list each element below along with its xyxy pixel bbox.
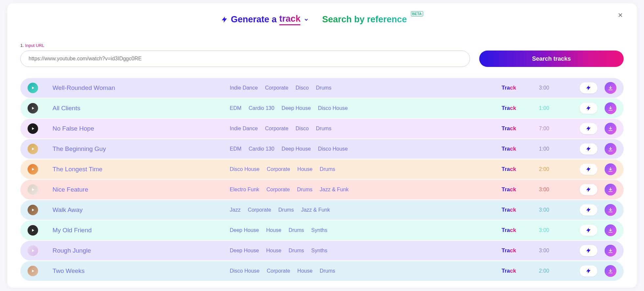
play-thumb[interactable] <box>28 245 38 256</box>
track-tag[interactable]: Jazz <box>230 207 241 213</box>
close-button[interactable] <box>617 12 626 20</box>
track-tag[interactable]: Corporate <box>267 187 290 193</box>
track-tag[interactable]: Deep House <box>282 105 311 111</box>
download-button[interactable] <box>605 265 616 277</box>
download-button[interactable] <box>605 245 616 257</box>
track-type: Track <box>502 146 531 152</box>
generate-similar-button[interactable] <box>580 82 597 94</box>
track-duration: 3:00 <box>539 187 560 193</box>
type-suffix: ck <box>510 186 516 193</box>
track-tag[interactable]: House <box>266 248 281 254</box>
track-duration: 2:00 <box>539 166 560 172</box>
bolt-icon <box>221 16 228 23</box>
track-tag[interactable]: Corporate <box>267 268 290 274</box>
track-tag[interactable]: Deep House <box>282 146 311 152</box>
generate-similar-button[interactable] <box>580 164 597 175</box>
download-button[interactable] <box>605 163 616 175</box>
type-prefix: Tra <box>502 105 510 111</box>
track-tag[interactable]: Corporate <box>248 207 271 213</box>
track-tag[interactable]: House <box>297 268 312 274</box>
play-thumb[interactable] <box>28 83 38 93</box>
track-tag[interactable]: Synths <box>311 248 327 254</box>
track-row[interactable]: Well-Rounded WomanIndie DanceCorporateDi… <box>20 78 624 98</box>
play-thumb[interactable] <box>28 144 38 154</box>
track-tag[interactable]: Disco House <box>318 105 348 111</box>
track-tag[interactable]: Corporate <box>267 166 290 172</box>
track-tag[interactable]: EDM <box>230 146 242 152</box>
track-tag[interactable]: House <box>266 227 281 233</box>
track-row[interactable]: All ClientsEDMCardio 130Deep HouseDisco … <box>20 98 624 118</box>
track-row[interactable]: Nice FeatureElectro FunkCorporateDrumsJa… <box>20 180 624 199</box>
track-tag[interactable]: Drums <box>289 227 304 233</box>
generate-similar-button[interactable] <box>580 265 597 277</box>
track-tag[interactable]: Drums <box>289 248 304 254</box>
generate-similar-button[interactable] <box>580 225 597 236</box>
url-input[interactable] <box>20 51 470 67</box>
track-tag[interactable]: Electro Funk <box>230 187 259 193</box>
track-tag[interactable]: Indie Dance <box>230 85 258 91</box>
track-tag[interactable]: Drums <box>316 126 332 132</box>
track-tag[interactable]: Indie Dance <box>230 126 258 132</box>
tab-generate-word: track <box>279 14 301 25</box>
track-tag[interactable]: Disco <box>296 85 309 91</box>
tab-search-by-reference[interactable]: Search by reference BETA <box>322 14 423 25</box>
generate-similar-button[interactable] <box>580 123 597 134</box>
track-tag[interactable]: Disco House <box>318 146 348 152</box>
tab-generate-track[interactable]: Generate a track <box>221 14 309 25</box>
track-row[interactable]: My Old FriendDeep HouseHouseDrumsSynthsT… <box>20 220 624 240</box>
play-icon <box>31 106 35 111</box>
track-row[interactable]: Two WeeksDisco HouseCorporateHouseDrumsT… <box>20 261 624 281</box>
track-tags: Disco HouseCorporateHouseDrums <box>230 268 502 274</box>
track-tag[interactable]: Drums <box>297 187 312 193</box>
track-title: Well-Rounded Woman <box>53 84 230 92</box>
track-tag[interactable]: Cardio 130 <box>249 105 274 111</box>
track-tag[interactable]: Disco House <box>230 268 260 274</box>
bolt-icon <box>586 268 591 274</box>
track-tag[interactable]: Deep House <box>230 227 259 233</box>
track-tag[interactable]: Synths <box>311 227 327 233</box>
track-tag[interactable]: Corporate <box>265 85 288 91</box>
generate-similar-button[interactable] <box>580 103 597 114</box>
play-thumb[interactable] <box>28 103 38 114</box>
track-row[interactable]: The Longest TimeDisco HouseCorporateHous… <box>20 159 624 179</box>
generate-similar-button[interactable] <box>580 143 597 155</box>
track-tag[interactable]: Jazz & Funk <box>320 187 349 193</box>
download-button[interactable] <box>605 123 616 135</box>
track-tag[interactable]: Disco <box>296 126 309 132</box>
track-tag[interactable]: Drums <box>320 166 335 172</box>
download-button[interactable] <box>605 143 616 155</box>
search-tracks-button[interactable]: Search tracks <box>479 51 624 67</box>
track-tag[interactable]: Drums <box>316 85 332 91</box>
download-button[interactable] <box>605 82 616 94</box>
track-row[interactable]: No False HopeIndie DanceCorporateDiscoDr… <box>20 119 624 138</box>
play-thumb[interactable] <box>28 266 38 276</box>
generate-similar-button[interactable] <box>580 245 597 256</box>
play-thumb[interactable] <box>28 164 38 175</box>
bolt-icon <box>586 187 591 193</box>
play-icon <box>31 126 35 131</box>
generate-similar-button[interactable] <box>580 204 597 216</box>
close-icon <box>617 12 624 18</box>
play-thumb[interactable] <box>28 225 38 236</box>
track-tag[interactable]: Deep House <box>230 248 259 254</box>
play-thumb[interactable] <box>28 205 38 215</box>
track-tag[interactable]: Drums <box>278 207 294 213</box>
tab-search-label: Search by reference <box>322 14 407 25</box>
track-tag[interactable]: Corporate <box>265 126 288 132</box>
track-tag[interactable]: EDM <box>230 105 242 111</box>
track-row[interactable]: Walk AwayJazzCorporateDrumsJazz & FunkTr… <box>20 200 624 220</box>
track-row[interactable]: Rough JungleDeep HouseHouseDrumsSynthsTr… <box>20 241 624 260</box>
track-row[interactable]: The Beginning GuyEDMCardio 130Deep House… <box>20 139 624 159</box>
track-tag[interactable]: Disco House <box>230 166 260 172</box>
play-thumb[interactable] <box>28 123 38 134</box>
generate-similar-button[interactable] <box>580 184 597 195</box>
download-button[interactable] <box>605 224 616 236</box>
download-button[interactable] <box>605 102 616 114</box>
track-tag[interactable]: Jazz & Funk <box>301 207 330 213</box>
play-thumb[interactable] <box>28 184 38 195</box>
track-tag[interactable]: Cardio 130 <box>249 146 274 152</box>
download-button[interactable] <box>605 184 616 196</box>
download-button[interactable] <box>605 204 616 216</box>
track-tag[interactable]: House <box>297 166 312 172</box>
track-tag[interactable]: Drums <box>320 268 335 274</box>
